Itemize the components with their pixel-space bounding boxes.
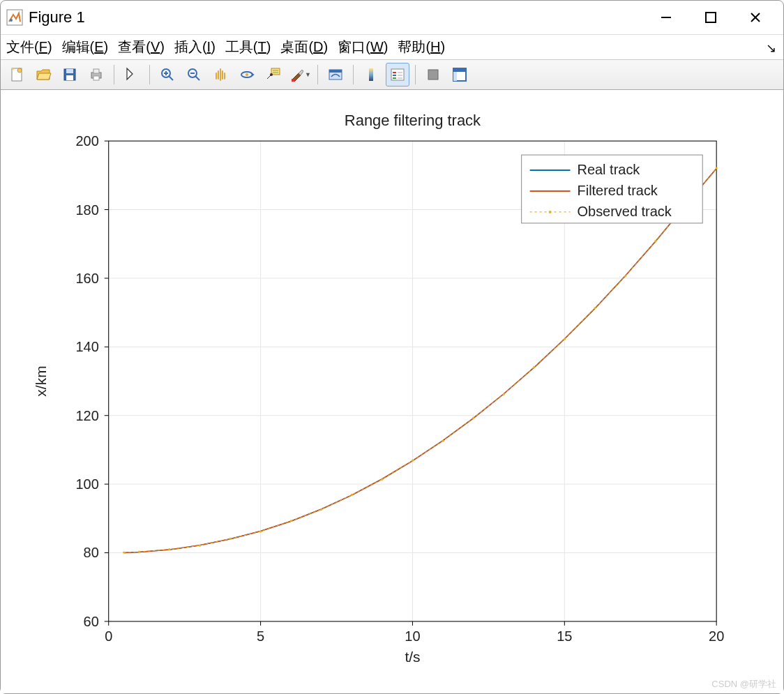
svg-point-114 <box>549 211 552 213</box>
rotate3d-button[interactable] <box>235 63 259 86</box>
open-button[interactable] <box>31 63 55 86</box>
svg-text:180: 180 <box>75 202 98 218</box>
svg-point-1 <box>10 19 13 22</box>
svg-point-92 <box>259 530 262 532</box>
svg-line-16 <box>169 76 173 80</box>
svg-point-99 <box>472 417 474 419</box>
svg-rect-24 <box>271 68 280 75</box>
zoom-in-button[interactable] <box>156 63 179 86</box>
svg-line-20 <box>195 76 199 80</box>
separator <box>149 65 150 84</box>
svg-text:80: 80 <box>84 545 99 561</box>
pan-button[interactable] <box>209 63 232 86</box>
svg-text:Real track: Real track <box>578 162 640 177</box>
svg-text:160: 160 <box>75 271 98 286</box>
svg-point-28 <box>270 73 273 76</box>
menu-window[interactable]: 窗口(W) <box>338 38 388 56</box>
svg-rect-14 <box>93 76 99 80</box>
svg-point-101 <box>533 366 535 368</box>
svg-point-104 <box>624 275 626 277</box>
menu-edit[interactable]: 编辑(E) <box>62 38 109 56</box>
svg-rect-11 <box>66 75 73 80</box>
figure-window: Figure 1 文件(F) 编辑(E) 查看(V) 插入(I) 工具(T) 桌… <box>0 0 784 694</box>
svg-text:t/s: t/s <box>405 649 420 665</box>
print-button[interactable] <box>84 63 108 86</box>
zoom-out-button[interactable] <box>182 63 206 86</box>
minimize-button[interactable] <box>655 6 677 29</box>
svg-rect-29 <box>292 79 295 82</box>
matlab-icon <box>6 9 23 26</box>
svg-point-90 <box>199 545 201 547</box>
svg-point-95 <box>351 494 353 496</box>
svg-point-89 <box>168 548 170 550</box>
svg-text:20: 20 <box>709 628 724 644</box>
svg-text:120: 120 <box>75 408 98 423</box>
svg-point-94 <box>320 508 322 511</box>
svg-point-97 <box>412 460 414 462</box>
svg-text:Range filtering track: Range filtering track <box>345 112 481 129</box>
svg-text:15: 15 <box>557 628 572 644</box>
svg-point-87 <box>123 551 125 553</box>
maximize-button[interactable] <box>700 6 722 29</box>
separator <box>114 65 114 84</box>
svg-point-23 <box>246 73 248 76</box>
svg-point-93 <box>290 520 292 522</box>
svg-point-96 <box>381 478 383 481</box>
window-controls <box>655 6 767 29</box>
svg-text:x/km: x/km <box>33 365 49 396</box>
save-button[interactable] <box>58 63 82 86</box>
menu-file[interactable]: 文件(F) <box>6 38 52 56</box>
edit-plot-button[interactable] <box>120 63 144 86</box>
titlebar: Figure 1 <box>1 1 783 34</box>
colorbar-button[interactable] <box>359 63 383 86</box>
svg-text:0: 0 <box>105 628 112 644</box>
svg-point-103 <box>594 307 596 309</box>
svg-point-98 <box>442 440 444 442</box>
toolbar: ▼ <box>1 59 783 90</box>
data-cursor-button[interactable] <box>262 63 285 86</box>
legend-button[interactable] <box>386 63 409 86</box>
svg-rect-32 <box>369 68 373 81</box>
watermark: CSDN @研学社 <box>711 678 776 691</box>
svg-point-91 <box>229 538 231 540</box>
dock-arrow-icon[interactable]: ↘ <box>766 40 776 56</box>
close-button[interactable] <box>744 6 767 29</box>
chart-svg: 051015206080100120140160180200t/sx/kmRan… <box>1 90 783 693</box>
separator <box>415 65 416 84</box>
link-data-button[interactable] <box>324 63 347 86</box>
svg-point-88 <box>138 550 140 552</box>
svg-text:100: 100 <box>75 476 98 492</box>
new-figure-button[interactable] <box>5 63 29 86</box>
show-tools-button[interactable] <box>448 63 472 86</box>
svg-point-102 <box>564 338 566 340</box>
svg-rect-13 <box>93 69 99 73</box>
svg-rect-42 <box>453 68 466 72</box>
svg-text:200: 200 <box>75 133 98 149</box>
separator <box>317 65 318 84</box>
svg-point-100 <box>503 393 505 395</box>
separator <box>353 65 354 84</box>
svg-text:Observed track: Observed track <box>578 204 672 219</box>
brush-button[interactable]: ▼ <box>288 63 312 86</box>
svg-text:Filtered track: Filtered track <box>578 183 658 198</box>
svg-text:10: 10 <box>405 628 420 644</box>
svg-rect-3 <box>706 13 716 22</box>
menu-insert[interactable]: 插入(I) <box>174 38 216 56</box>
svg-rect-43 <box>453 72 457 81</box>
svg-point-107 <box>716 167 718 169</box>
plot-area[interactable]: 051015206080100120140160180200t/sx/kmRan… <box>1 90 783 693</box>
menubar: 文件(F) 编辑(E) 查看(V) 插入(I) 工具(T) 桌面(D) 窗口(W… <box>1 34 783 59</box>
menu-view[interactable]: 查看(V) <box>118 38 165 56</box>
svg-text:5: 5 <box>257 628 264 644</box>
menu-tools[interactable]: 工具(T) <box>225 38 271 56</box>
hide-tools-button[interactable] <box>421 63 445 86</box>
svg-text:60: 60 <box>84 614 99 629</box>
svg-point-8 <box>17 68 22 73</box>
window-title: Figure 1 <box>29 8 655 27</box>
menu-help[interactable]: 帮助(H) <box>398 38 445 56</box>
svg-rect-40 <box>428 70 438 80</box>
svg-rect-31 <box>329 70 342 73</box>
svg-rect-10 <box>66 69 73 73</box>
menu-desktop[interactable]: 桌面(D) <box>280 38 328 56</box>
svg-text:140: 140 <box>75 339 98 354</box>
